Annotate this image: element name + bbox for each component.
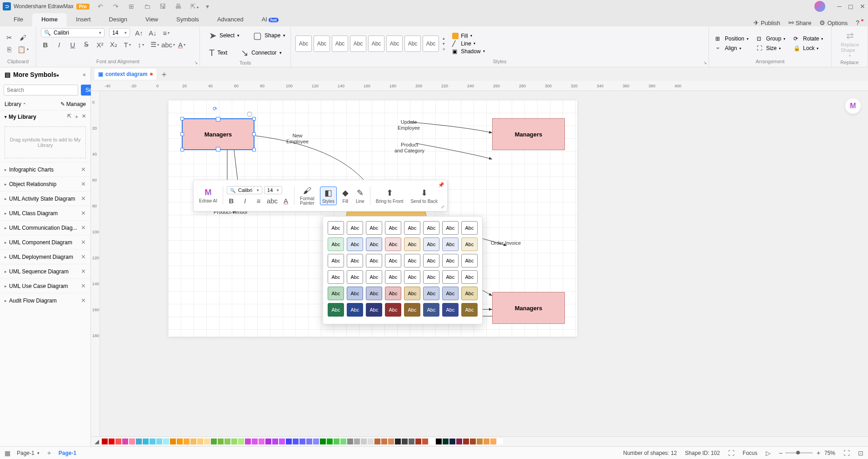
style-swatch[interactable]: Abc bbox=[328, 270, 344, 284]
style-swatch[interactable]: Abc bbox=[442, 237, 459, 251]
close-group-icon[interactable]: ✕ bbox=[81, 181, 86, 187]
mini-pin-icon[interactable]: 📌 bbox=[438, 182, 444, 188]
color-swatch[interactable] bbox=[456, 439, 462, 444]
style-preset[interactable]: Abc bbox=[295, 35, 312, 52]
style-swatch[interactable]: Abc bbox=[385, 287, 401, 300]
new-icon[interactable]: ⊞ bbox=[129, 3, 136, 10]
color-swatch[interactable] bbox=[170, 439, 176, 444]
style-swatch[interactable]: Abc bbox=[404, 221, 420, 235]
mini-font-size[interactable]: 14▾ bbox=[264, 186, 282, 194]
style-swatch[interactable]: Abc bbox=[366, 254, 382, 267]
user-avatar[interactable] bbox=[814, 1, 825, 12]
style-swatch[interactable]: Abc bbox=[366, 303, 382, 317]
mylib-add-icon[interactable]: ＋ bbox=[74, 113, 79, 120]
page-list-icon[interactable]: ▦ bbox=[5, 449, 10, 457]
style-swatch[interactable]: Abc bbox=[328, 303, 344, 317]
color-swatch[interactable] bbox=[470, 439, 476, 444]
symbol-group-item[interactable]: ▸UML Activity State Diagram✕ bbox=[0, 191, 90, 206]
tab-design[interactable]: Design bbox=[100, 13, 136, 26]
color-swatch[interactable] bbox=[422, 439, 428, 444]
line-spacing-icon[interactable]: ↕ bbox=[136, 40, 145, 49]
style-preset[interactable]: Abc bbox=[423, 35, 439, 52]
tab-file[interactable]: File bbox=[5, 13, 32, 26]
style-swatch[interactable]: Abc bbox=[404, 237, 420, 251]
copy-icon[interactable]: ⎘ bbox=[5, 45, 14, 54]
export-icon[interactable]: ⇱ bbox=[190, 3, 198, 10]
symbol-group-item[interactable]: ▸Object Relationship✕ bbox=[0, 177, 90, 191]
more-qat-icon[interactable]: ▾ bbox=[206, 3, 213, 10]
color-swatch[interactable] bbox=[490, 439, 496, 444]
color-swatch[interactable] bbox=[449, 439, 455, 444]
style-swatch[interactable]: Abc bbox=[385, 221, 401, 235]
style-swatch[interactable]: Abc bbox=[461, 254, 478, 267]
style-swatch[interactable]: Abc bbox=[347, 287, 363, 300]
help-button[interactable]: ? bbox=[856, 19, 863, 26]
zoom-out-button[interactable]: − bbox=[779, 449, 783, 457]
close-button[interactable]: ✕ bbox=[860, 3, 865, 10]
style-swatch[interactable]: Abc bbox=[366, 270, 382, 284]
mini-fontcolor-icon[interactable]: A bbox=[281, 196, 290, 205]
style-swatch[interactable]: Abc bbox=[347, 303, 363, 317]
close-group-icon[interactable]: ✕ bbox=[81, 210, 86, 217]
style-swatch[interactable]: Abc bbox=[404, 254, 420, 267]
color-swatch[interactable] bbox=[279, 439, 285, 444]
color-swatch[interactable] bbox=[293, 439, 299, 444]
symbol-group-item[interactable]: ▸Infographic Charts✕ bbox=[0, 162, 90, 177]
add-page-button[interactable]: ＋ bbox=[46, 449, 52, 457]
style-swatch[interactable]: Abc bbox=[328, 254, 344, 267]
symbol-group-item[interactable]: ▸UML Component Diagram✕ bbox=[0, 235, 90, 249]
symbol-group-item[interactable]: ▸UML Sequence Diagram✕ bbox=[0, 264, 90, 278]
fill-button[interactable]: Fill▾ bbox=[452, 33, 484, 39]
style-swatch[interactable]: Abc bbox=[347, 221, 363, 235]
zoom-in-button[interactable]: ＋ bbox=[815, 449, 822, 457]
color-swatch[interactable] bbox=[347, 439, 353, 444]
mini-align-icon[interactable]: ≡ bbox=[254, 196, 263, 205]
color-swatch[interactable] bbox=[409, 439, 414, 444]
edraw-ai-button[interactable]: MEdraw AI bbox=[197, 187, 219, 204]
color-swatch[interactable] bbox=[320, 439, 326, 444]
style-swatch[interactable]: Abc bbox=[385, 303, 401, 317]
style-preset[interactable]: Abc bbox=[314, 35, 330, 52]
color-swatch[interactable] bbox=[245, 439, 251, 444]
underline-icon[interactable]: U bbox=[68, 40, 77, 49]
tab-advanced[interactable]: Advanced bbox=[208, 13, 253, 26]
select-tool[interactable]: ➤Select▾ bbox=[205, 28, 244, 43]
style-swatch[interactable]: Abc bbox=[423, 303, 439, 317]
style-swatch[interactable]: Abc bbox=[404, 270, 420, 284]
color-swatch[interactable] bbox=[484, 439, 489, 444]
close-group-icon[interactable]: ✕ bbox=[81, 268, 86, 275]
color-swatch[interactable] bbox=[129, 439, 135, 444]
color-swatch[interactable] bbox=[177, 439, 183, 444]
zoom-slider[interactable] bbox=[785, 452, 813, 454]
color-swatch[interactable] bbox=[109, 439, 115, 444]
add-tab-button[interactable]: ＋ bbox=[160, 69, 168, 80]
minimize-button[interactable]: ─ bbox=[837, 3, 842, 10]
color-swatch[interactable] bbox=[238, 439, 244, 444]
color-swatch[interactable] bbox=[204, 439, 210, 444]
style-swatch[interactable]: Abc bbox=[347, 237, 363, 251]
styles-launcher-icon[interactable]: ↘ bbox=[703, 60, 707, 65]
align-button[interactable]: ⫟Align▾ bbox=[713, 44, 750, 52]
color-swatch[interactable] bbox=[143, 439, 149, 444]
color-swatch[interactable] bbox=[272, 439, 278, 444]
connector-tool[interactable]: ↘Connector▾ bbox=[236, 45, 286, 60]
color-swatch[interactable] bbox=[197, 439, 203, 444]
tab-ai[interactable]: AIhot bbox=[253, 13, 288, 26]
color-swatch[interactable] bbox=[340, 439, 346, 444]
style-swatch[interactable]: Abc bbox=[461, 287, 478, 300]
color-swatch[interactable] bbox=[150, 439, 155, 444]
color-swatch[interactable] bbox=[224, 439, 230, 444]
color-swatch[interactable] bbox=[368, 439, 374, 444]
page-select[interactable]: Page-1 ▾ bbox=[17, 450, 40, 456]
tab-view[interactable]: View bbox=[136, 13, 167, 26]
lock-button[interactable]: 🔒Lock▾ bbox=[792, 44, 825, 52]
style-swatch[interactable]: Abc bbox=[404, 303, 420, 317]
color-swatch[interactable] bbox=[354, 439, 360, 444]
size-button[interactable]: ⛶Size▾ bbox=[755, 44, 787, 52]
connector-handle-icon[interactable]: ◯ bbox=[247, 111, 252, 117]
text-tool[interactable]: TText bbox=[205, 46, 232, 60]
color-swatch[interactable] bbox=[190, 439, 196, 444]
color-swatch[interactable] bbox=[443, 439, 449, 444]
style-gallery[interactable]: Abc Abc Abc Abc Abc Abc Abc Abc ▴▾≡ bbox=[295, 35, 445, 52]
strikethrough-icon[interactable]: S̶ bbox=[82, 40, 91, 49]
